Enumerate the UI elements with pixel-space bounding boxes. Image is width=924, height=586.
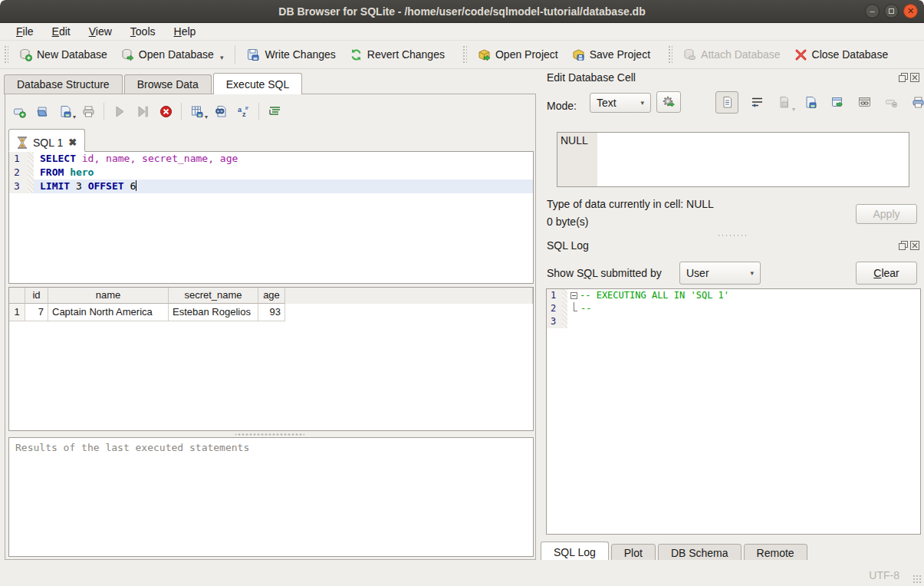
column-header-secret-name[interactable]: secret_name <box>169 288 258 304</box>
tab-execute-sql[interactable]: Execute SQL <box>213 73 303 94</box>
minimize-button[interactable]: – <box>865 4 880 18</box>
cell-value-editor[interactable]: NULL <box>557 132 909 187</box>
toolbar-drag-handle[interactable] <box>4 45 8 64</box>
dock-splitter-handle[interactable] <box>717 234 748 237</box>
tab-browse-data[interactable]: Browse Data <box>124 74 212 94</box>
set-null-icon <box>885 96 898 109</box>
word-wrap-button[interactable] <box>748 94 765 111</box>
import-menu-arrow[interactable]: ▾ <box>792 106 795 113</box>
copy-link-button[interactable] <box>856 94 873 111</box>
close-database-button[interactable]: Close Database <box>788 44 896 65</box>
float-dock-icon[interactable] <box>899 73 908 82</box>
maximize-button[interactable] <box>884 4 899 18</box>
menu-tools[interactable]: Tools <box>122 24 164 39</box>
new-database-button[interactable]: New Database <box>12 44 114 65</box>
title-bar[interactable]: DB Browser for SQLite - /home/user/code/… <box>0 0 924 23</box>
sql-log-dock-title: SQL Log <box>547 239 589 252</box>
cell-id[interactable]: 7 <box>25 304 48 321</box>
log-filter-dropdown[interactable]: User ▾ <box>679 262 761 285</box>
auto-complete-button[interactable]: a z <box>235 104 251 119</box>
line-number: 1 <box>9 152 28 166</box>
save-results-menu-arrow[interactable]: ▾ <box>205 114 208 120</box>
status-bar: UTF-8 <box>0 560 924 586</box>
close-dock-icon[interactable] <box>910 241 919 250</box>
open-database-button[interactable]: Open Database ▾ <box>114 44 231 65</box>
save-results-button[interactable]: ▾ <box>189 104 205 119</box>
import-data-button[interactable]: ▾ <box>775 94 792 111</box>
attach-database-button[interactable]: Attach Database <box>676 44 788 65</box>
new-sql-tab-button[interactable] <box>12 104 27 119</box>
code-line[interactable]: SELECT id, name, secret_name, age <box>34 152 533 166</box>
stop-execution-button[interactable] <box>158 104 173 119</box>
float-dock-icon[interactable] <box>899 241 908 250</box>
cell-edit-area[interactable] <box>597 133 909 186</box>
sql1-tab[interactable]: SQL 1 ✖ <box>8 129 85 152</box>
set-null-button[interactable] <box>883 94 899 111</box>
mode-dropdown[interactable]: Text ▾ <box>590 93 651 113</box>
export-data-button[interactable] <box>802 94 819 111</box>
code-line[interactable]: LIMIT 3 OFFSET 6 <box>34 179 533 193</box>
auto-switch-mode-button[interactable] <box>656 91 681 113</box>
header-filler <box>285 288 533 304</box>
close-button[interactable]: ✕ <box>903 4 918 18</box>
main-tab-bar: Database Structure Browse Data Execute S… <box>4 73 304 94</box>
results-grid[interactable]: id name secret_name age 1 7 Captain Nort… <box>8 287 534 431</box>
cell-secret-name[interactable]: Esteban Rogelios <box>169 304 258 321</box>
format-sql-button[interactable] <box>267 104 282 119</box>
gutter-fold-margin <box>562 289 567 302</box>
execution-message-pane[interactable]: Results of the last executed statements <box>8 437 534 557</box>
open-project-label: Open Project <box>495 48 558 61</box>
results-splitter-handle[interactable] <box>235 433 304 436</box>
fold-branch-line <box>574 302 577 311</box>
save-sql-file-button[interactable]: ▾ <box>58 104 73 119</box>
sql-log-view[interactable]: 1 -- EXECUTING ALL IN 'SQL 1' 2 -- 3 <box>546 288 921 535</box>
menu-edit[interactable]: Edit <box>44 24 79 39</box>
print-cell-button[interactable] <box>909 94 924 111</box>
open-project-button[interactable]: Open Project <box>471 44 565 65</box>
find-replace-button[interactable] <box>212 104 228 119</box>
menu-view[interactable]: View <box>81 24 120 39</box>
apply-button[interactable]: Apply <box>856 204 917 224</box>
maximize-icon <box>889 8 894 14</box>
close-dock-icon[interactable] <box>910 73 919 82</box>
revert-changes-button[interactable]: Revert Changes <box>343 44 452 65</box>
menu-help[interactable]: Help <box>166 24 205 39</box>
column-header-id[interactable]: id <box>25 288 48 304</box>
print-sql-button[interactable] <box>81 104 96 119</box>
line-number: 2 <box>547 302 562 315</box>
row-number-cell[interactable]: 1 <box>9 304 25 321</box>
save-sql-menu-arrow[interactable]: ▾ <box>73 114 76 120</box>
svg-text:z: z <box>242 110 246 118</box>
clear-log-button[interactable]: Clear <box>856 262 917 285</box>
toolbar-drag-handle[interactable] <box>462 45 467 64</box>
menu-file[interactable]: File <box>8 24 42 39</box>
open-sql-file-button[interactable] <box>35 104 50 119</box>
execute-line-icon <box>136 105 150 118</box>
code-line[interactable]: FROM hero <box>34 166 533 179</box>
save-project-label: Save Project <box>590 48 650 61</box>
sql-editor[interactable]: 1 SELECT id, name, secret_name, age 2 FR… <box>8 151 534 284</box>
close-tab-icon[interactable]: ✖ <box>68 137 77 148</box>
sql-toolbar-separator <box>258 103 259 120</box>
encoding-status[interactable]: UTF-8 <box>869 569 899 581</box>
tab-database-structure[interactable]: Database Structure <box>4 74 123 94</box>
save-project-button[interactable]: Save Project <box>565 44 657 65</box>
log-text-line: -- EXECUTING ALL IN 'SQL 1' <box>567 289 920 302</box>
text-mode-toggle[interactable] <box>715 91 738 114</box>
execute-line-button[interactable] <box>135 104 150 119</box>
table-row[interactable]: 1 7 Captain North America Esteban Rogeli… <box>9 304 533 321</box>
write-changes-label: Write Changes <box>265 48 335 61</box>
column-header-age[interactable]: age <box>258 288 285 304</box>
sql-log-title: SQL Log <box>547 239 589 252</box>
cell-name[interactable]: Captain North America <box>48 304 169 321</box>
cell-age[interactable]: 93 <box>258 304 285 321</box>
column-header-name[interactable]: name <box>48 288 169 304</box>
write-changes-button[interactable]: Write Changes <box>240 44 342 65</box>
open-database-menu-arrow[interactable]: ▾ <box>220 54 224 61</box>
fold-collapse-icon[interactable] <box>571 292 577 299</box>
resize-grip[interactable] <box>912 574 922 584</box>
open-in-external-app-button[interactable] <box>829 94 846 111</box>
execute-all-button[interactable] <box>112 104 127 119</box>
toolbar-drag-handle[interactable] <box>668 45 672 64</box>
cell-editor-toolbar: ▾ <box>715 91 924 114</box>
